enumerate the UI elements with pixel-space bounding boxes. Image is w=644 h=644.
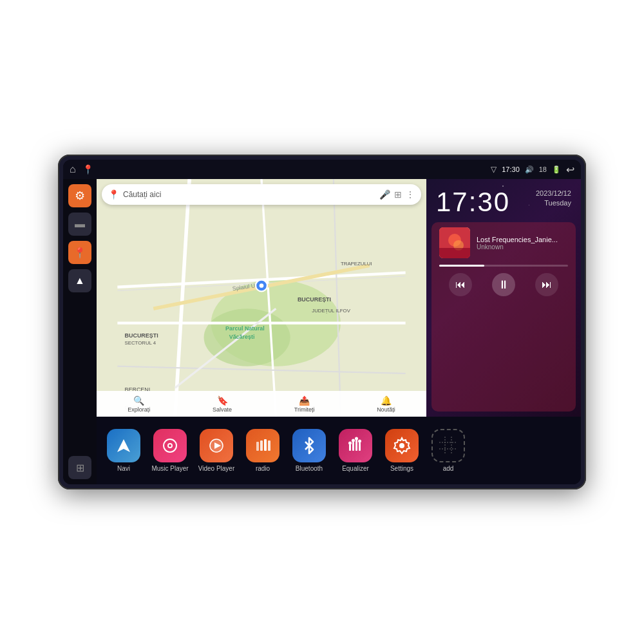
- share-label: Trimiteți: [294, 406, 315, 413]
- video-label: Video Player: [198, 465, 235, 472]
- map-svg: Splaiul Unirii BUCUREȘTI SECTORUL 4 BUCU…: [97, 179, 426, 417]
- clock-date: 2023/12/12 Tuesday: [536, 189, 571, 209]
- files-icon: ▬: [75, 218, 85, 230]
- sidebar-btn-nav[interactable]: ▲: [68, 269, 91, 292]
- volume-icon: 🔊: [525, 166, 534, 174]
- pause-button[interactable]: ⏸: [492, 273, 515, 296]
- home-icon[interactable]: ⌂: [70, 164, 76, 175]
- more-icon[interactable]: ⋮: [406, 189, 415, 200]
- svg-point-31: [169, 444, 171, 447]
- add-icon: [431, 429, 465, 462]
- mic-icon[interactable]: 🎤: [379, 189, 390, 200]
- eq-label: Equalizer: [342, 465, 369, 472]
- music-label: Music Player: [151, 465, 188, 472]
- track-name: Lost Frequencies_Janie...: [477, 236, 568, 243]
- map-updates[interactable]: 🔔 Noutăți: [377, 395, 395, 413]
- map-share[interactable]: 📤 Trimiteți: [294, 395, 315, 413]
- nav-arrow-icon: ▲: [75, 275, 85, 287]
- back-icon[interactable]: ↩: [566, 164, 574, 176]
- svg-rect-36: [264, 439, 267, 451]
- prev-button[interactable]: ⏮: [449, 273, 472, 296]
- track-info: Lost Frequencies_Janie... Unknown: [439, 227, 568, 258]
- map-bottom-bar: 🔍 Explorați 🔖 Salvate 📤 Trimiteți: [97, 391, 426, 417]
- track-details: Lost Frequencies_Janie... Unknown: [477, 236, 568, 251]
- music-icon: [153, 429, 187, 462]
- svg-point-45: [358, 440, 361, 443]
- bluetooth-icon: [292, 429, 326, 462]
- settings-app-icon: [385, 429, 419, 462]
- battery-level: 18: [539, 166, 547, 173]
- screen: ⌂ 📍 ▽ 17:30 🔊 18 🔋 ↩ ⚙ ▬: [63, 160, 581, 484]
- svg-rect-38: [349, 444, 351, 451]
- map-container[interactable]: Splaiul Unirii BUCUREȘTI SECTORUL 4 BUCU…: [97, 179, 426, 417]
- album-art-svg: [439, 227, 470, 258]
- clock-date-line1: 2023/12/12: [536, 189, 571, 198]
- search-input[interactable]: Căutați aici: [123, 190, 375, 199]
- app-video-player[interactable]: Video Player: [197, 429, 236, 472]
- svg-text:BUCUREȘTI: BUCUREȘTI: [298, 296, 331, 303]
- video-icon: [200, 429, 233, 462]
- sidebar: ⚙ ▬ 📍 ▲ ⊞: [63, 179, 97, 484]
- star1: [560, 192, 562, 193]
- updates-label: Noutăți: [377, 406, 395, 413]
- add-label: add: [443, 465, 454, 472]
- svg-point-21: [260, 283, 264, 288]
- svg-text:TRAPEZULUI: TRAPEZULUI: [341, 261, 372, 267]
- navi-icon: [107, 429, 140, 462]
- svg-rect-35: [260, 440, 263, 451]
- map-saved[interactable]: 🔖 Salvate: [213, 395, 232, 413]
- progress-bar[interactable]: [439, 265, 568, 267]
- sidebar-btn-grid[interactable]: ⊞: [68, 456, 91, 479]
- radio-label: radio: [256, 465, 270, 472]
- svg-text:SECTORUL 4: SECTORUL 4: [125, 340, 156, 346]
- device: ⌂ 📍 ▽ 17:30 🔊 18 🔋 ↩ ⚙ ▬: [58, 155, 586, 489]
- status-right: ▽ 17:30 🔊 18 🔋 ↩: [491, 164, 574, 176]
- app-equalizer[interactable]: Equalizer: [336, 429, 375, 472]
- clock-date-line2: Tuesday: [536, 198, 571, 208]
- sidebar-btn-settings[interactable]: ⚙: [68, 184, 91, 207]
- app-grid-section: Navi Music Player Video: [97, 417, 581, 484]
- svg-text:JUDEȚUL ILFOV: JUDEȚUL ILFOV: [312, 308, 350, 314]
- app-grid: Navi Music Player Video: [104, 429, 573, 472]
- svg-rect-41: [359, 442, 361, 451]
- map-search-bar[interactable]: 📍 Căutați aici 🎤 ⊞ ⋮: [102, 184, 421, 205]
- app-radio[interactable]: radio: [243, 429, 282, 472]
- bluetooth-label: Bluetooth: [296, 465, 323, 472]
- map-status-icon[interactable]: 📍: [82, 164, 93, 175]
- map-explore[interactable]: 🔍 Explorați: [128, 395, 150, 413]
- updates-icon: 🔔: [381, 395, 392, 406]
- clock-status: 17:30: [502, 166, 520, 173]
- right-panel: 17:30 2023/12/12 Tuesday: [426, 179, 581, 417]
- next-button[interactable]: ⏭: [535, 273, 558, 296]
- top-content: Splaiul Unirii BUCUREȘTI SECTORUL 4 BUCU…: [97, 179, 581, 417]
- main-area: ⚙ ▬ 📍 ▲ ⊞: [63, 179, 581, 484]
- clock-section: 17:30 2023/12/12 Tuesday: [426, 179, 581, 222]
- svg-rect-39: [352, 442, 354, 451]
- settings-icon: ⚙: [75, 189, 85, 203]
- status-bar: ⌂ 📍 ▽ 17:30 🔊 18 🔋 ↩: [63, 160, 581, 179]
- app-navi[interactable]: Navi: [104, 429, 143, 472]
- grid-icon: ⊞: [76, 462, 84, 474]
- status-left: ⌂ 📍: [70, 164, 93, 175]
- sidebar-btn-files[interactable]: ▬: [68, 213, 91, 236]
- radio-icon: [246, 429, 279, 462]
- star2: [529, 205, 529, 205]
- svg-point-43: [352, 439, 355, 442]
- svg-text:BUCUREȘTI: BUCUREȘTI: [125, 332, 158, 339]
- content-panel: Splaiul Unirii BUCUREȘTI SECTORUL 4 BUCU…: [97, 179, 581, 484]
- explore-icon: 🔍: [133, 395, 144, 406]
- map-pin-icon: 📍: [73, 247, 86, 259]
- app-add[interactable]: add: [429, 429, 468, 472]
- sidebar-btn-map[interactable]: 📍: [68, 241, 91, 264]
- google-maps-icon: 📍: [108, 189, 119, 200]
- svg-rect-40: [355, 440, 357, 451]
- saved-icon: 🔖: [217, 395, 228, 406]
- svg-rect-37: [268, 440, 270, 451]
- svg-marker-28: [117, 439, 130, 452]
- music-controls: ⏮ ⏸ ⏭: [439, 273, 568, 296]
- app-music-player[interactable]: Music Player: [151, 429, 189, 472]
- app-settings[interactable]: Settings: [383, 429, 421, 472]
- layers-icon[interactable]: ⊞: [394, 189, 402, 200]
- app-bluetooth[interactable]: Bluetooth: [290, 429, 328, 472]
- svg-text:Parcul Natural: Parcul Natural: [225, 325, 265, 332]
